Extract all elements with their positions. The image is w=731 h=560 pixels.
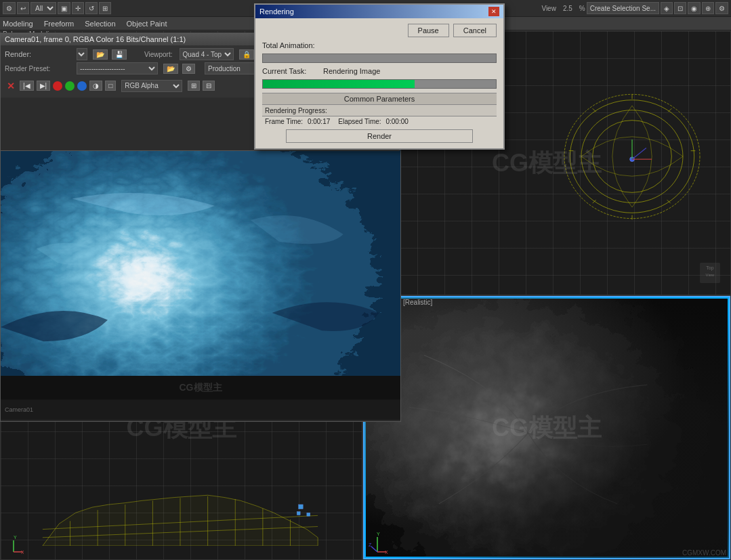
axis-indicator-bl: Y X bbox=[3, 535, 24, 557]
svg-text:Z: Z bbox=[369, 542, 372, 547]
alpha-display-btn[interactable]: □ bbox=[105, 81, 116, 91]
menu-freeform[interactable]: Freeform bbox=[44, 20, 75, 28]
svg-rect-43 bbox=[307, 513, 310, 516]
dialog-title: Rendering bbox=[259, 7, 294, 16]
render-bottom-bar: Camera01 bbox=[1, 400, 400, 420]
render-type-select[interactable] bbox=[77, 48, 87, 60]
render-frame-title-label: Camera01, frame 0, RGBA Color 16 Bits/Ch… bbox=[5, 35, 186, 43]
dialog-render-btn[interactable]: Render bbox=[286, 129, 474, 143]
select-btn[interactable]: ▣ bbox=[58, 2, 70, 14]
toolbar-extra-1[interactable]: ◈ bbox=[661, 2, 673, 14]
svg-text:Y: Y bbox=[14, 535, 17, 540]
clone-btn[interactable]: ⊞ bbox=[188, 81, 200, 91]
svg-line-26 bbox=[632, 148, 646, 160]
preset-label: Render Preset: bbox=[5, 65, 72, 72]
render-image-window: Camera01, frame 0, RGBA Color 16 Bits/Ch… bbox=[0, 121, 401, 422]
svg-line-53 bbox=[371, 546, 377, 552]
current-task-row: Current Task: Rendering Image bbox=[262, 67, 497, 75]
svg-text:Y: Y bbox=[377, 532, 380, 536]
render-scene-area: CG模型主 bbox=[1, 133, 400, 400]
current-progress-bar bbox=[262, 79, 497, 89]
dark-render-scene bbox=[363, 296, 730, 559]
svg-line-22 bbox=[593, 108, 596, 112]
move-btn[interactable]: ✛ bbox=[72, 2, 84, 14]
svg-text:Top: Top bbox=[706, 265, 713, 271]
menu-modeling[interactable]: Modeling bbox=[3, 20, 33, 28]
lock-btn[interactable]: 🔒 bbox=[239, 49, 254, 60]
preset-save-btn[interactable]: ⚙ bbox=[182, 64, 195, 74]
menu-selection[interactable]: Selection bbox=[85, 20, 115, 28]
yellow-mesh bbox=[35, 458, 326, 546]
cancel-btn[interactable]: Cancel bbox=[453, 24, 497, 37]
toolbar-extra-3[interactable]: ◉ bbox=[688, 2, 701, 14]
elapsed-time-val: 0:00:00 bbox=[385, 118, 408, 125]
elapsed-time-label: Elapsed Time: 0:00:00 bbox=[338, 118, 409, 125]
svg-text:X: X bbox=[385, 550, 388, 555]
frame-time-label: Frame Time: 0:00:17 bbox=[265, 118, 330, 125]
render-label: Render: bbox=[5, 50, 72, 58]
view-label: View bbox=[541, 5, 556, 12]
total-animation-row: Total Animation: bbox=[262, 41, 497, 49]
svg-text:X: X bbox=[21, 550, 24, 555]
svg-rect-42 bbox=[299, 504, 304, 509]
channel-select[interactable]: RGB Alpha bbox=[121, 80, 182, 92]
render-watermark: CG模型主 bbox=[180, 382, 222, 394]
svg-rect-44 bbox=[297, 512, 300, 515]
preset-select[interactable]: -------------------- bbox=[77, 62, 158, 74]
percent-label: 2.5 bbox=[563, 5, 572, 12]
total-progress-bar bbox=[262, 53, 497, 63]
mode-dropdown[interactable]: All bbox=[30, 2, 56, 14]
toolbar-extra-5[interactable]: ⚙ bbox=[715, 2, 728, 14]
dialog-body: Pause Cancel Total Animation: Current Ta… bbox=[255, 18, 503, 148]
time-info-row: Frame Time: 0:00:17 Elapsed Time: 0:00:0… bbox=[262, 116, 497, 127]
stop-btn[interactable]: ✕ bbox=[5, 80, 17, 92]
ring-wireframe bbox=[547, 72, 717, 241]
toolbar-extra-2[interactable]: ⊡ bbox=[674, 2, 686, 14]
toolbar-icon-1[interactable]: ⚙ bbox=[3, 2, 16, 14]
axis-indicator-br: Y X Z bbox=[366, 532, 390, 557]
viewport-select[interactable]: Quad 4 - Top bbox=[180, 48, 234, 60]
svg-rect-49 bbox=[364, 297, 729, 558]
view-toggle-btn[interactable]: ⊟ bbox=[203, 81, 215, 91]
menu-object-paint[interactable]: Object Paint bbox=[127, 20, 167, 28]
total-animation-label: Total Animation: bbox=[262, 41, 323, 49]
url-watermark: CGMXW.COM bbox=[682, 549, 726, 557]
dialog-top-buttons: Pause Cancel bbox=[262, 24, 497, 37]
render-open-btn[interactable]: 📂 bbox=[93, 49, 108, 60]
toolbar-extra-4[interactable]: ⊕ bbox=[702, 2, 714, 14]
dialog-title-bar: Rendering ✕ bbox=[255, 5, 503, 18]
rotate-btn[interactable]: ↺ bbox=[85, 2, 98, 14]
create-selection-btn[interactable]: Create Selection Se... bbox=[587, 2, 659, 14]
blue-channel-btn[interactable] bbox=[77, 81, 87, 91]
scale-btn[interactable]: ⊞ bbox=[99, 2, 111, 14]
red-channel-btn[interactable] bbox=[53, 81, 62, 91]
svg-point-50 bbox=[364, 297, 707, 558]
green-channel-btn[interactable] bbox=[65, 81, 75, 91]
common-params-title: Common Parameters bbox=[262, 93, 497, 105]
rendering-progress-row: Rendering Progress: bbox=[262, 105, 497, 116]
render-frame-title-text: Camera01, frame 0, RGBA Color 16 Bits/Ch… bbox=[5, 35, 186, 43]
viewport-label: Viewport: bbox=[144, 51, 173, 58]
svg-line-16 bbox=[668, 108, 671, 112]
dialog-render-btn-row: Render bbox=[262, 129, 497, 143]
render-status: Camera01 bbox=[5, 406, 33, 413]
render-save-btn[interactable]: 💾 bbox=[112, 49, 127, 60]
common-params-section: Common Parameters Rendering Progress: bbox=[262, 93, 497, 116]
viewport-bottom-right[interactable]: CG模型主 [Camera01] [Realistic] bbox=[362, 295, 731, 560]
svg-point-58 bbox=[1, 133, 369, 400]
nav-prev[interactable]: |◀ bbox=[20, 81, 34, 91]
current-task-label: Current Task: bbox=[262, 67, 323, 75]
pause-btn[interactable]: Pause bbox=[408, 24, 449, 37]
percent-symbol: % bbox=[579, 5, 585, 12]
render-bottom-strip: CG模型主 bbox=[1, 376, 400, 400]
viewport-nav-cube: Top View bbox=[696, 259, 724, 288]
dialog-close-btn[interactable]: ✕ bbox=[488, 7, 499, 16]
toolbar-icon-2[interactable]: ↩ bbox=[17, 2, 29, 14]
camera-border bbox=[364, 297, 729, 558]
mono-btn[interactable]: ◑ bbox=[89, 81, 102, 91]
frame-time-val: 0:00:17 bbox=[308, 118, 330, 125]
preset-load-btn[interactable]: 📂 bbox=[163, 64, 178, 74]
nav-next[interactable]: ▶| bbox=[37, 81, 51, 91]
rendering-dialog: Rendering ✕ Pause Cancel Total Animation… bbox=[254, 3, 505, 150]
current-task-value: Rendering Image bbox=[323, 67, 380, 75]
